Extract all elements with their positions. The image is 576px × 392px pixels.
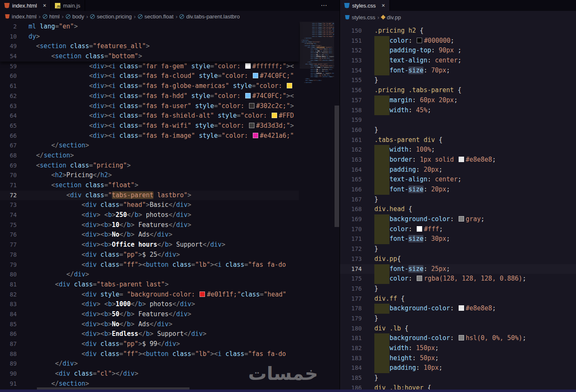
code-text[interactable]: </section> xyxy=(17,141,299,151)
code-text[interactable]: margin: 60px 20px; xyxy=(362,95,576,106)
code-text[interactable]: text-align: center; xyxy=(362,175,576,185)
color-swatch[interactable] xyxy=(459,335,464,340)
code-text[interactable]: color: #fff; xyxy=(362,224,576,235)
code-text[interactable]: <div><b>No</b> Ads</div> xyxy=(17,320,299,330)
code-text[interactable]: <div> <b>250</b> photos</div> xyxy=(17,210,299,220)
code-text[interactable]: height: 50px; xyxy=(362,353,576,364)
vertical-scrollbar[interactable] xyxy=(334,22,340,392)
code-text[interactable]: .pricing .tabs-parent { xyxy=(362,85,576,95)
code-text[interactable]: <div><b>10</b> Features</div> xyxy=(17,220,299,230)
color-swatch[interactable] xyxy=(253,73,258,78)
breadcrumb-item-div-pp[interactable]: div.pp xyxy=(381,14,401,21)
code-text[interactable]: dy> xyxy=(17,32,299,42)
code-text[interactable] xyxy=(362,115,576,125)
code-text[interactable]: div .lb { xyxy=(362,324,576,334)
code-text[interactable]: <section class="pricing"> xyxy=(17,161,299,171)
code-text[interactable]: ml lang="en"> xyxy=(17,22,299,32)
code-text[interactable]: border: 1px solid #e8e8e8; xyxy=(362,155,576,165)
color-swatch[interactable] xyxy=(245,93,251,98)
code-text[interactable]: padding: 20px; xyxy=(362,165,576,175)
code-text[interactable]: <div> <b>1000</b> photos</div> xyxy=(17,299,299,309)
css-editor[interactable]: 150.pricing h2 {151 color: #000000;152 p… xyxy=(340,23,576,392)
code-text[interactable]: <div><i class="fas fa-wifi" style="color… xyxy=(17,121,299,131)
code-text[interactable]: width: 150px; xyxy=(362,343,576,353)
code-text[interactable]: } xyxy=(362,195,576,205)
code-text[interactable]: } xyxy=(362,75,576,85)
code-text[interactable]: } xyxy=(362,244,576,254)
breadcrumb-item-html[interactable]: html xyxy=(43,13,60,20)
code-text[interactable]: <div><i class="fas fa-user" style="color… xyxy=(17,101,299,111)
code-text[interactable]: <div><b>50</b> Features</div> xyxy=(17,309,299,320)
breadcrumb-item-styles-css[interactable]: styles.css xyxy=(345,14,375,21)
code-text[interactable]: width: 100%; xyxy=(362,145,576,155)
color-swatch[interactable] xyxy=(245,63,251,69)
code-text[interactable]: <section class="bottom"> xyxy=(17,52,299,62)
code-text[interactable]: font-size: 70px; xyxy=(362,66,576,76)
code-text[interactable]: background-color: #e8e8e8; xyxy=(362,304,576,314)
code-text[interactable]: color: #000000; xyxy=(362,36,576,46)
color-swatch[interactable] xyxy=(417,38,422,43)
code-text[interactable]: text-align: center; xyxy=(362,56,576,66)
code-text[interactable]: <div class="tabs-parent last"> xyxy=(17,280,299,290)
close-icon[interactable]: × xyxy=(43,2,46,9)
color-swatch[interactable] xyxy=(253,133,258,138)
code-text[interactable]: <div class="ff"><button class="lb"><i cl… xyxy=(17,260,299,270)
breadcrumb-item-div-tabs-parent[interactable]: div.tabs-parent.lastbro xyxy=(179,13,240,20)
html-editor[interactable]: 59 <div><i class="far fa-gem" style="col… xyxy=(0,22,340,392)
code-text[interactable]: } xyxy=(362,373,576,383)
color-swatch[interactable] xyxy=(249,123,254,128)
code-text[interactable]: <div><i class="fas fa-image" style="colo… xyxy=(17,131,299,141)
breadcrumb-item-section-float[interactable]: section.float xyxy=(138,13,174,20)
tab-styles-css[interactable]: styles.css × xyxy=(340,0,390,11)
code-text[interactable]: <section class="features_all"> xyxy=(17,41,299,52)
code-text[interactable]: <div><i class="fas fa-hdd" style="color:… xyxy=(17,91,299,101)
code-text[interactable]: <div class="ff"><button class="lb"><i cl… xyxy=(17,349,299,359)
code-text[interactable]: font-size: 30px; xyxy=(362,234,576,244)
code-text[interactable]: color: rgba(128, 128, 128, 0.886); xyxy=(362,274,576,284)
color-swatch[interactable] xyxy=(272,113,277,118)
vertical-scrollbar-thumb[interactable] xyxy=(335,106,339,227)
code-text[interactable]: font-size: 20px; xyxy=(362,185,576,195)
code-text[interactable]: <div class="head">Basic</div> xyxy=(17,200,299,210)
code-text[interactable]: div.head { xyxy=(362,204,576,214)
code-text[interactable]: div.ff { xyxy=(362,294,576,304)
color-swatch[interactable] xyxy=(200,291,205,297)
code-text[interactable]: } xyxy=(362,314,576,324)
breadcrumb-item-index-html[interactable]: index.html xyxy=(5,13,36,20)
color-swatch[interactable] xyxy=(287,83,292,88)
more-actions-icon[interactable]: ⋯ xyxy=(321,2,328,9)
color-swatch[interactable] xyxy=(459,157,464,162)
code-text[interactable]: <section class="float"> xyxy=(17,181,299,191)
code-text[interactable]: background-color: hsl(0, 0%, 50%); xyxy=(362,333,576,343)
code-text[interactable]: background-color: gray; xyxy=(362,214,576,224)
code-text[interactable]: <h2>Pricing</h2> xyxy=(17,170,299,181)
code-text[interactable]: font-size: 25px; xyxy=(362,264,576,274)
code-text[interactable]: <div class="pp">$ 99</div> xyxy=(17,339,299,349)
code-text[interactable]: } xyxy=(362,284,576,294)
color-swatch[interactable] xyxy=(459,216,464,222)
code-text[interactable]: .pricing h2 { xyxy=(362,26,576,36)
code-text[interactable]: .tabs-parent div { xyxy=(362,135,576,145)
code-text[interactable]: <div><i class="fas fa-globe-americas" st… xyxy=(17,81,299,91)
color-swatch[interactable] xyxy=(459,305,464,311)
code-text[interactable]: <div><b>Endless</b> Support</div> xyxy=(17,329,299,339)
breadcrumb-item-section-pricing[interactable]: section.pricing xyxy=(90,13,132,20)
color-swatch[interactable] xyxy=(249,103,254,108)
minimap-slider[interactable] xyxy=(300,22,334,69)
code-text[interactable]: </div> xyxy=(17,270,299,280)
code-text[interactable]: </section> xyxy=(17,151,299,161)
code-text[interactable]: <div><b>No</b> Ads</div> xyxy=(17,230,299,240)
code-text[interactable]: width: 45%; xyxy=(362,106,576,116)
code-text[interactable]: padding: 10px; xyxy=(362,363,576,373)
code-text[interactable]: <div style= "background-color: #e01f1f;"… xyxy=(17,290,299,300)
code-text[interactable]: <div><b>Office hours</b> Support</div> xyxy=(17,240,299,250)
code-text[interactable]: <div><i class="far fa-gem" style="color:… xyxy=(17,62,299,72)
code-text[interactable]: } xyxy=(362,125,576,135)
tab-index-html[interactable]: index.html × xyxy=(0,0,51,11)
code-text[interactable]: <div class="tabs-parent lastbro"> xyxy=(17,191,299,201)
close-icon[interactable]: × xyxy=(381,2,385,9)
code-text[interactable]: <div><i class="fas fa-cloud" style="colo… xyxy=(17,71,299,81)
code-text[interactable]: padding-top: 90px ; xyxy=(362,46,576,56)
code-text[interactable]: div.pp{ xyxy=(362,254,576,264)
color-swatch[interactable] xyxy=(417,276,422,281)
